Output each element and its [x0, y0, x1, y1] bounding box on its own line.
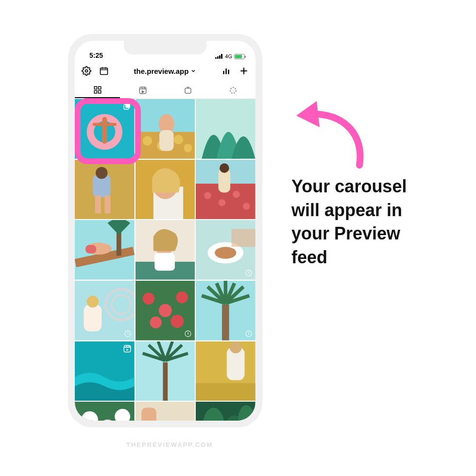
feed-cell[interactable]: [196, 402, 255, 421]
svg-rect-7: [94, 91, 97, 93]
svg-point-41: [243, 203, 250, 210]
svg-point-43: [220, 163, 229, 173]
svg-rect-2: [223, 71, 224, 74]
svg-rect-51: [154, 253, 175, 271]
annotation: Your carousel will appear in your Previe…: [291, 175, 427, 269]
feed-grid: [75, 99, 255, 421]
scheduled-badge-icon: [245, 330, 253, 338]
svg-point-67: [150, 317, 162, 329]
svg-rect-1: [101, 68, 108, 74]
tab-grid[interactable]: [75, 83, 120, 98]
svg-rect-30: [95, 195, 101, 213]
svg-point-38: [204, 192, 212, 199]
feed-cell[interactable]: [75, 341, 135, 401]
svg-rect-3: [225, 68, 227, 74]
app-toolbar: the.preview.app: [75, 60, 255, 82]
tab-reels[interactable]: [120, 83, 165, 98]
svg-point-39: [219, 199, 226, 206]
feed-cell[interactable]: [136, 341, 195, 401]
feed-cell[interactable]: [136, 99, 195, 159]
account-switcher[interactable]: the.preview.app: [134, 67, 197, 75]
svg-rect-71: [222, 305, 229, 340]
annotation-text: Your carousel will appear in your Previe…: [291, 175, 427, 269]
svg-point-24: [184, 144, 192, 152]
feed-cell[interactable]: [136, 160, 195, 220]
svg-rect-31: [104, 195, 110, 213]
svg-point-21: [142, 136, 152, 146]
phone-mock: 5:25 4G the.preview.app: [68, 34, 262, 427]
svg-point-66: [176, 291, 188, 304]
battery-icon: [234, 54, 245, 59]
status-right: 4G: [215, 53, 245, 59]
feed-cell[interactable]: [196, 160, 255, 220]
feed-cell[interactable]: [75, 160, 135, 220]
svg-rect-55: [232, 229, 255, 247]
svg-rect-76: [163, 362, 168, 401]
svg-rect-90: [141, 408, 156, 421]
status-time: 5:25: [89, 51, 103, 59]
svg-point-32: [96, 167, 108, 179]
phone-screen: 5:25 4G the.preview.app: [75, 41, 255, 421]
account-name: the.preview.app: [134, 67, 189, 75]
svg-rect-60: [84, 305, 102, 331]
svg-rect-16: [93, 123, 117, 126]
svg-rect-74: [124, 345, 131, 352]
svg-point-64: [142, 293, 154, 305]
svg-point-0: [85, 70, 88, 72]
feed-cell[interactable]: [75, 281, 135, 340]
scheduled-badge-icon: [184, 330, 192, 338]
feed-cell[interactable]: [196, 99, 255, 159]
svg-rect-80: [196, 383, 255, 401]
tab-igtv[interactable]: [165, 83, 210, 98]
settings-icon[interactable]: [82, 66, 91, 76]
svg-point-54: [215, 247, 237, 259]
feed-cell[interactable]: [136, 281, 195, 340]
watermark: THEPREVIEWAPP.COM: [126, 441, 213, 448]
add-icon[interactable]: [239, 66, 249, 76]
analytics-icon[interactable]: [221, 66, 231, 76]
carousel-badge-icon: [123, 102, 132, 111]
signal-icon: [215, 54, 223, 59]
svg-point-61: [87, 296, 99, 308]
feed-cell[interactable]: [136, 220, 195, 280]
svg-rect-4: [228, 70, 229, 74]
svg-point-65: [158, 304, 171, 317]
feed-cell[interactable]: [196, 341, 255, 401]
svg-rect-8: [98, 91, 101, 93]
scheduled-badge-icon: [124, 330, 132, 338]
calendar-icon[interactable]: [99, 66, 109, 76]
reel-badge-icon: [123, 344, 132, 353]
svg-rect-6: [98, 86, 101, 89]
svg-point-23: [173, 135, 183, 145]
svg-rect-15: [102, 117, 107, 144]
feed-cell[interactable]: [136, 402, 195, 421]
svg-rect-26: [159, 130, 173, 151]
svg-rect-5: [94, 86, 97, 89]
feed-cell[interactable]: [196, 281, 255, 340]
svg-rect-47: [85, 245, 96, 254]
feed-cell[interactable]: [196, 220, 255, 280]
svg-rect-17: [125, 103, 130, 108]
feed-cell[interactable]: [75, 220, 135, 280]
feed-tabs: [75, 82, 255, 99]
scheduled-badge-icon: [245, 269, 253, 277]
svg-rect-10: [185, 88, 191, 93]
feed-cell[interactable]: [75, 99, 135, 159]
svg-point-11: [230, 87, 236, 93]
chevron-down-icon: [190, 68, 196, 74]
phone-notch: [124, 41, 206, 54]
annotation-arrow-icon: [287, 92, 374, 170]
svg-point-79: [230, 341, 242, 354]
tab-loading[interactable]: [210, 83, 255, 98]
network-type: 4G: [225, 53, 232, 59]
feed-cell[interactable]: [75, 402, 135, 421]
svg-point-40: [233, 190, 240, 198]
svg-point-68: [170, 315, 184, 328]
